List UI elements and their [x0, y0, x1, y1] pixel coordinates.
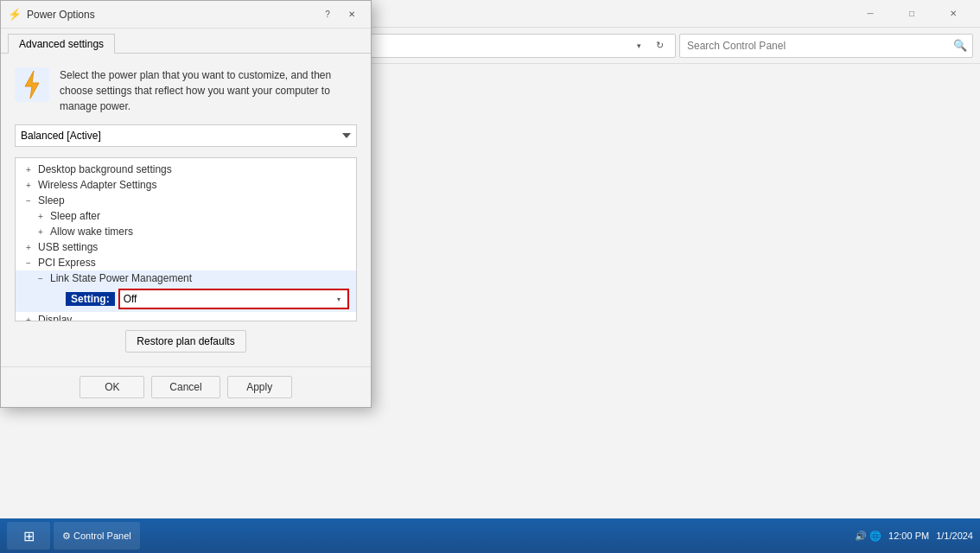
expand-icon-pci: − — [22, 257, 35, 269]
start-button[interactable]: ⊞ — [7, 522, 50, 550]
expand-icon-wake-timers: + — [35, 226, 47, 238]
dialog-actions: OK Cancel Apply — [1, 366, 371, 407]
search-icon[interactable]: 🔍 — [948, 34, 972, 58]
dialog-titlebar: ⚡ Power Options ? ✕ — [1, 1, 371, 29]
tab-advanced-settings[interactable]: Advanced settings — [8, 34, 115, 54]
tree-item-sleep-after[interactable]: + Sleep after — [16, 208, 356, 224]
tree-label-wake-timers: Allow wake timers — [50, 226, 133, 238]
setting-row: Setting: Off ▾ — [16, 286, 356, 312]
dialog-help-button[interactable]: ? — [315, 4, 340, 25]
taskbar: ⊞ ⚙ Control Panel 🔊 🌐 12:00 PM 1/1/2024 — [0, 518, 980, 553]
tree-item-sleep[interactable]: − Sleep — [16, 193, 356, 208]
tree-item-link-state[interactable]: − Link State Power Management — [16, 270, 356, 286]
tree-item-wake-timers[interactable]: + Allow wake timers — [16, 224, 356, 239]
plan-dropdown[interactable]: Balanced [Active] Power saver High perfo… — [15, 124, 357, 147]
tray-icons: 🔊 🌐 — [855, 531, 881, 542]
tree-label-pci: PCI Express — [38, 257, 96, 269]
bg-close-button[interactable]: ✕ — [933, 0, 973, 28]
breadcrumb-refresh-button[interactable]: ↻ — [651, 34, 668, 58]
expand-icon-display: + — [22, 314, 35, 321]
tree-label-sleep: Sleep — [38, 194, 65, 207]
tree-item-usb[interactable]: + USB settings — [16, 239, 356, 255]
tree-label-wireless: Wireless Adapter Settings — [38, 179, 156, 191]
setting-value-wrapper: Off ▾ — [118, 289, 349, 309]
tree-label-usb: USB settings — [38, 241, 98, 253]
bg-maximize-button[interactable]: □ — [892, 0, 932, 28]
search-bar: 🔍 — [679, 34, 973, 58]
expand-icon-sleep: − — [22, 194, 35, 207]
apply-button[interactable]: Apply — [227, 376, 292, 398]
dialog-description: Select the power plan that you want to c… — [15, 67, 357, 114]
dialog-description-text: Select the power plan that you want to c… — [60, 67, 357, 114]
tree-label-display: Display — [38, 314, 72, 321]
expand-icon-usb: + — [22, 241, 35, 253]
dialog-content: Select the power plan that you want to c… — [1, 54, 371, 366]
tree-item-display[interactable]: + Display — [16, 312, 356, 321]
expand-icon-wireless: + — [22, 179, 35, 191]
tree-label-sleep-after: Sleep after — [50, 210, 100, 222]
thunder-icon — [15, 67, 49, 102]
tree-label-desktop-bg: Desktop background settings — [38, 163, 172, 175]
tree-label-link-state: Link State Power Management — [50, 272, 192, 284]
taskbar-tray: 🔊 🌐 12:00 PM 1/1/2024 — [855, 531, 973, 542]
setting-dropdown-arrow[interactable]: ▾ — [330, 296, 347, 303]
dialog-icon: ⚡ — [8, 8, 22, 22]
taskbar-item-control-panel[interactable]: ⚙ Control Panel — [54, 522, 140, 550]
search-input[interactable] — [680, 40, 948, 52]
ok-button[interactable]: OK — [80, 376, 144, 398]
setting-value: Off — [120, 293, 330, 305]
power-options-dialog: ⚡ Power Options ? ✕ Advanced settings Se… — [0, 0, 372, 408]
tray-time: 12:00 PM — [888, 531, 929, 541]
bg-window-controls: ─ □ ✕ — [850, 0, 973, 28]
dialog-tab-bar: Advanced settings — [1, 29, 371, 54]
tree-item-pci[interactable]: − PCI Express — [16, 255, 356, 270]
dialog-cancel-button[interactable]: Cancel — [151, 376, 220, 398]
tree-container[interactable]: + Desktop background settings + Wireless… — [15, 157, 357, 321]
bg-minimize-button[interactable]: ─ — [850, 0, 890, 28]
plan-dropdown-row: Balanced [Active] Power saver High perfo… — [15, 124, 357, 147]
tree-item-wireless[interactable]: + Wireless Adapter Settings — [16, 177, 356, 193]
dialog-title: Power Options — [27, 9, 315, 21]
expand-icon-desktop-bg: + — [22, 163, 35, 175]
breadcrumb-dropdown-button[interactable]: ▾ — [630, 34, 647, 58]
dialog-close-button[interactable]: ✕ — [340, 4, 364, 25]
tree-item-desktop-bg[interactable]: + Desktop background settings — [16, 162, 356, 177]
expand-icon-link-state: − — [35, 272, 47, 284]
expand-icon-sleep-after: + — [35, 210, 47, 222]
setting-label: Setting: — [66, 292, 115, 306]
tray-date: 1/1/2024 — [936, 531, 973, 541]
restore-plan-defaults-button[interactable]: Restore plan defaults — [125, 330, 245, 353]
